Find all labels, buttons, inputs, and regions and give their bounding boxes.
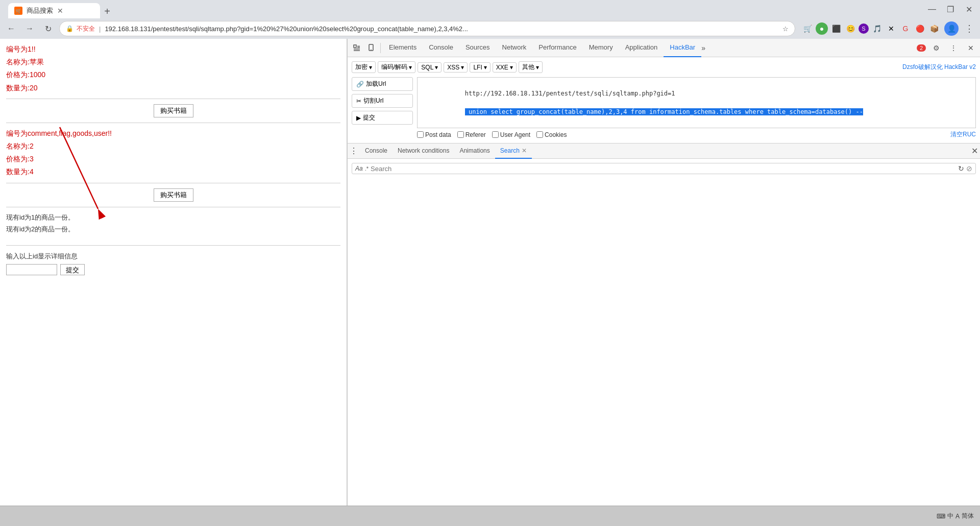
search-input[interactable] <box>371 165 956 173</box>
xss-dropdown[interactable]: XSS ▾ <box>444 62 468 73</box>
ext-icon-1[interactable]: 🛒 <box>801 22 814 35</box>
ext-icon-8[interactable]: G <box>899 22 912 35</box>
bottom-panel-dots[interactable]: ⋮ <box>350 146 358 156</box>
bottom-tab-search[interactable]: Search ✕ <box>495 144 532 159</box>
buy-button-2[interactable]: 购买书籍 <box>154 188 193 202</box>
devtools-close-icon[interactable]: ✕ <box>964 41 978 55</box>
encode-dropdown[interactable]: 编码/解码 ▾ <box>378 61 415 73</box>
close-button[interactable]: ✕ <box>962 2 976 16</box>
load-url-label: 加载Url <box>366 80 386 88</box>
load-url-button[interactable]: 🔗 加载Url <box>352 77 413 91</box>
tab-strip: 🛒 商品搜索 ✕ + <box>4 0 118 18</box>
search-refresh-icon[interactable]: ↻ <box>958 164 964 173</box>
devtools-inspect-icon[interactable] <box>350 41 364 55</box>
post-data-label: Post data <box>425 131 451 138</box>
split-url-button[interactable]: ✂ 切割Url <box>352 94 413 108</box>
tab-hackbar[interactable]: HackBar <box>664 39 701 57</box>
id-input[interactable] <box>6 264 57 275</box>
user-agent-checkbox[interactable]: User Agent <box>492 131 530 138</box>
back-button[interactable]: ← <box>4 21 18 36</box>
ext-icon-2[interactable]: ● <box>816 22 828 35</box>
divider-4 <box>6 207 340 207</box>
error-badge: 2 <box>917 44 926 52</box>
bottom-tab-animations[interactable]: Animations <box>454 144 495 159</box>
menu-button[interactable]: ⋮ <box>963 23 976 34</box>
tab-memory[interactable]: Memory <box>583 39 619 57</box>
product1-line1: 编号为1!! <box>6 43 340 56</box>
profile-button[interactable]: 👤 <box>944 21 959 36</box>
tab-sources[interactable]: Sources <box>459 39 496 57</box>
buy-button-1[interactable]: 购买书籍 <box>154 104 193 117</box>
taskbar-keyboard-icon: ⌨ <box>937 513 945 520</box>
submit-url-button[interactable]: ▶ 提交 <box>352 111 413 125</box>
lfi-dropdown[interactable]: LFI ▾ <box>470 62 490 73</box>
tab-elements[interactable]: Elements <box>383 39 423 57</box>
cookies-label: Cookies <box>545 131 567 138</box>
tab-application[interactable]: Application <box>619 39 664 57</box>
ext-icon-6[interactable]: 🎵 <box>871 22 883 35</box>
sql-label: SQL <box>421 64 433 71</box>
taskbar-ime[interactable]: ⌨ 中 A 简体 <box>937 512 974 520</box>
minimize-button[interactable]: — <box>925 2 939 16</box>
cookies-input[interactable] <box>536 131 543 138</box>
devtools-tabs: Elements Console Sources Network Perform… <box>383 39 917 57</box>
product2-line1: 编号为comment,flag,goods,user!! <box>6 127 340 140</box>
search-aa-toggle[interactable]: Aa <box>355 165 363 172</box>
other-dropdown[interactable]: 其他 ▾ <box>519 61 543 73</box>
devtools-more-icon[interactable]: » <box>701 44 705 52</box>
stock-line2: 现有id为2的商品一份。 <box>6 223 340 235</box>
address-bar: ← → ↻ 🔒 不安全 | 192.168.18.131/pentest/tes… <box>0 18 980 39</box>
main-area: 编号为1!! 名称为:苹果 价格为:1000 数量为:20 购买书籍 编号为co… <box>0 39 980 526</box>
hackbar-url-display[interactable]: http://192.168.18.131/pentest/test/sqli/… <box>417 77 976 128</box>
split-url-icon: ✂ <box>356 98 361 105</box>
ext-icon-9[interactable]: 🔴 <box>914 22 926 35</box>
divider-2 <box>6 123 340 123</box>
product1-line3: 价格为:1000 <box>6 68 340 81</box>
clear-ruc-button[interactable]: 清空RUC <box>950 130 976 139</box>
ext-icon-3[interactable]: ⬛ <box>830 22 842 35</box>
product-info-1: 编号为1!! 名称为:苹果 价格为:1000 数量为:20 <box>6 43 340 94</box>
tab-performance[interactable]: Performance <box>532 39 582 57</box>
url-line1: http://192.168.18.131/pentest/test/sqli/… <box>465 90 675 97</box>
xxe-dropdown[interactable]: XXE ▾ <box>493 62 517 73</box>
post-data-input[interactable] <box>417 131 424 138</box>
encrypt-label: 加密 <box>355 63 368 71</box>
search-no-match-icon[interactable]: ⊘ <box>966 164 972 173</box>
new-tab-button[interactable]: + <box>100 4 114 18</box>
submit-url-icon: ▶ <box>356 114 361 122</box>
encode-chevron: ▾ <box>409 64 412 71</box>
tab-console[interactable]: Console <box>423 39 459 57</box>
reload-button[interactable]: ↻ <box>41 21 55 36</box>
devtools-vertical-dots[interactable]: ⋮ <box>946 41 961 55</box>
bottom-tab-network-conditions[interactable]: Network conditions <box>393 144 454 159</box>
tab-close-icon[interactable]: ✕ <box>57 7 63 15</box>
maximize-button[interactable]: ❐ <box>943 2 958 16</box>
bookmark-icon[interactable]: ☆ <box>782 25 789 33</box>
cookies-checkbox[interactable]: Cookies <box>536 131 567 138</box>
ext-icon-7[interactable]: ✕ <box>885 22 897 35</box>
search-tab-close[interactable]: ✕ <box>522 147 527 154</box>
address-text[interactable]: 192.168.18.131/pentest/test/sqli/sqltamp… <box>105 25 779 33</box>
sql-chevron: ▾ <box>435 64 438 71</box>
post-data-checkbox[interactable]: Post data <box>417 131 451 138</box>
ext-icon-10[interactable]: 📦 <box>928 22 940 35</box>
ext-icon-4[interactable]: 😊 <box>844 22 856 35</box>
stock-info: 现有id为1的商品一份。 现有id为2的商品一份。 <box>6 211 340 235</box>
referer-input[interactable] <box>457 131 464 138</box>
devtools-device-icon[interactable] <box>364 41 378 55</box>
forward-button[interactable]: → <box>22 21 37 36</box>
sql-dropdown[interactable]: SQL ▾ <box>418 62 442 73</box>
browser-tab[interactable]: 🛒 商品搜索 ✕ <box>8 3 100 18</box>
search-regex-toggle[interactable]: .* <box>365 165 369 172</box>
referer-checkbox[interactable]: Referer <box>457 131 486 138</box>
submit-button[interactable]: 提交 <box>60 264 85 275</box>
bottom-panel-close[interactable]: ✕ <box>971 146 978 156</box>
devtools-settings-icon[interactable]: ⚙ <box>929 41 943 55</box>
bottom-tab-console[interactable]: Console <box>360 144 393 159</box>
extension-icons: 🛒 ● ⬛ 😊 S 🎵 ✕ G 🔴 📦 <box>801 22 940 35</box>
tab-network[interactable]: Network <box>496 39 533 57</box>
address-input-wrap[interactable]: 🔒 不安全 | 192.168.18.131/pentest/test/sqli… <box>59 21 795 36</box>
user-agent-input[interactable] <box>492 131 499 138</box>
ext-icon-5[interactable]: S <box>859 23 869 34</box>
encrypt-dropdown[interactable]: 加密 ▾ <box>352 61 376 73</box>
